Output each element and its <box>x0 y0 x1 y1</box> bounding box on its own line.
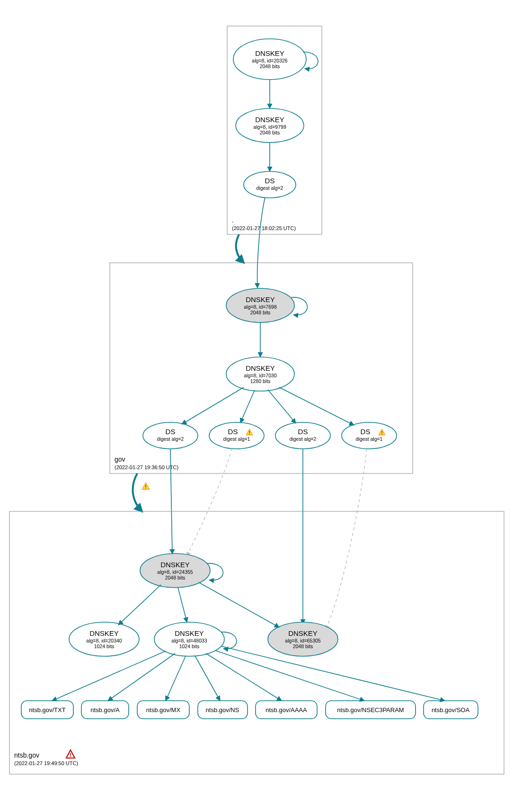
node-root-zsk: DNSKEY alg=8, id=9799 2048 bits <box>236 108 304 143</box>
edge-deleg-gov-ntsb <box>133 473 142 511</box>
svg-text:DNSKEY: DNSKEY <box>255 49 284 57</box>
svg-text:digest alg=2: digest alg=2 <box>256 185 283 191</box>
zone-ntsb-time: (2022-01-27 19:49:50 UTC) <box>14 760 78 766</box>
edge-ntsbksk-k2 <box>118 585 161 625</box>
svg-text:DNSKEY: DNSKEY <box>89 629 119 637</box>
zone-root-time: (2022-01-27 18:02:25 UTC) <box>232 225 296 231</box>
rr-aaaa: ntsb.gov/AAAA <box>256 701 317 719</box>
rr-txt: ntsb.gov/TXT <box>21 701 73 719</box>
rr-soa: ntsb.gov/SOA <box>424 701 478 719</box>
node-root-ksk: DNSKEY alg=8, id=20326 2048 bits <box>233 39 306 80</box>
svg-text:ntsb.gov/A: ntsb.gov/A <box>90 706 120 714</box>
svg-text:DS: DS <box>166 428 176 436</box>
svg-point-9 <box>244 171 296 198</box>
svg-text:2048 bits: 2048 bits <box>165 575 186 580</box>
svg-text:1024 bits: 1024 bits <box>94 643 115 649</box>
svg-text:alg=8, id=7030: alg=8, id=7030 <box>244 373 277 378</box>
svg-point-23 <box>209 422 264 449</box>
edge-zsk-a <box>108 653 175 701</box>
svg-text:DNSKEY: DNSKEY <box>246 364 275 372</box>
node-root-ds: DS digest alg=2 <box>244 171 296 198</box>
edge-ntsbksk-zsk <box>178 588 187 622</box>
edge-ds4-ntsbk4 <box>326 449 367 630</box>
dnssec-graph: . (2022-01-27 18:02:25 UTC) DNSKEY alg=8… <box>0 0 513 812</box>
zone-gov-time: (2022-01-27 19:36:50 UTC) <box>115 464 178 470</box>
svg-text:digest alg=2: digest alg=2 <box>157 436 184 442</box>
svg-text:!: ! <box>381 430 383 436</box>
zone-ntsb-label: ntsb.gov <box>14 751 39 759</box>
edge-zsk-txt <box>52 651 166 701</box>
svg-text:alg=8, id=24355: alg=8, id=24355 <box>157 569 193 575</box>
svg-text:1280 bits: 1280 bits <box>250 378 271 384</box>
svg-point-30 <box>342 422 397 449</box>
svg-text:ntsb.gov/SOA: ntsb.gov/SOA <box>432 706 470 714</box>
svg-text:alg=8, id=20326: alg=8, id=20326 <box>252 58 287 63</box>
node-gov-ds1: DS digest alg=2 <box>143 422 198 449</box>
svg-text:!: ! <box>70 752 71 758</box>
rr-mx: ntsb.gov/MX <box>137 701 189 719</box>
svg-text:ntsb.gov/TXT: ntsb.gov/TXT <box>29 706 65 714</box>
rr-nsec3param: ntsb.gov/NSEC3PARAM <box>326 701 416 719</box>
zone-gov-label: gov <box>115 455 125 463</box>
svg-point-27 <box>275 422 330 449</box>
svg-text:alg=8, id=7698: alg=8, id=7698 <box>244 304 277 310</box>
svg-text:2048 bits: 2048 bits <box>250 310 271 315</box>
edge-ds2-ntsbksk <box>187 448 232 556</box>
rr-ns: ntsb.gov/NS <box>198 701 248 719</box>
svg-text:ntsb.gov/NS: ntsb.gov/NS <box>206 706 239 714</box>
svg-text:2048 bits: 2048 bits <box>260 130 280 135</box>
node-gov-ds3: DS digest alg=2 <box>275 422 330 449</box>
svg-text:1024 bits: 1024 bits <box>179 643 200 649</box>
warning-icon: ! <box>142 482 150 490</box>
node-gov-zsk: DNSKEY alg=8, id=7030 1280 bits <box>226 357 294 391</box>
edge-zsk-soa <box>221 646 445 701</box>
svg-text:DNSKEY: DNSKEY <box>175 629 204 637</box>
error-icon: ! <box>66 750 75 758</box>
edge-zsk-ns <box>195 656 220 701</box>
svg-text:DNSKEY: DNSKEY <box>160 561 190 569</box>
rr-a: ntsb.gov/A <box>81 701 129 719</box>
svg-text:ntsb.gov/NSEC3PARAM: ntsb.gov/NSEC3PARAM <box>337 706 404 714</box>
edge-govzsk-ds3 <box>268 390 296 423</box>
svg-text:DS: DS <box>298 428 308 436</box>
svg-text:ntsb.gov/AAAA: ntsb.gov/AAAA <box>265 706 307 714</box>
svg-text:DNSKEY: DNSKEY <box>288 629 318 637</box>
svg-text:digest alg=1: digest alg=1 <box>223 436 250 442</box>
svg-text:alg=8, id=48033: alg=8, id=48033 <box>171 638 207 643</box>
edge-rootds-govksk <box>257 197 265 288</box>
edge-deleg-root-gov <box>236 234 244 263</box>
svg-text:DNSKEY: DNSKEY <box>255 116 284 124</box>
node-gov-ksk: DNSKEY alg=8, id=7698 2048 bits <box>226 288 294 322</box>
svg-text:digest alg=2: digest alg=2 <box>290 436 317 442</box>
node-ntsb-k2: DNSKEY alg=8, id=20340 1024 bits <box>69 622 139 656</box>
svg-text:DNSKEY: DNSKEY <box>246 295 275 303</box>
svg-point-20 <box>143 422 198 449</box>
zone-root-label: . <box>232 216 234 224</box>
svg-text:alg=8, id=20340: alg=8, id=20340 <box>86 638 122 643</box>
svg-text:!: ! <box>145 484 147 490</box>
svg-text:DS: DS <box>228 428 238 436</box>
node-gov-ds2: DS digest alg=1 ! <box>209 422 264 449</box>
edge-ntsbksk-k4 <box>199 582 279 627</box>
svg-text:2048 bits: 2048 bits <box>293 643 313 649</box>
svg-text:!: ! <box>248 430 250 436</box>
svg-text:alg=8, id=65305: alg=8, id=65305 <box>285 638 320 643</box>
svg-text:ntsb.gov/MX: ntsb.gov/MX <box>146 706 181 714</box>
svg-text:alg=8, id=9799: alg=8, id=9799 <box>253 124 286 130</box>
svg-text:2048 bits: 2048 bits <box>260 63 280 69</box>
edge-zsk-mx <box>166 656 186 701</box>
edge-govzsk-ds2 <box>240 390 255 423</box>
edge-govzsk-ds4 <box>279 387 354 425</box>
edge-govzsk-ds1 <box>182 387 244 424</box>
svg-text:DS: DS <box>361 428 371 436</box>
svg-text:DS: DS <box>265 177 275 185</box>
node-gov-ds4: DS digest alg=1 ! <box>342 422 397 449</box>
svg-text:digest alg=1: digest alg=1 <box>356 436 383 442</box>
